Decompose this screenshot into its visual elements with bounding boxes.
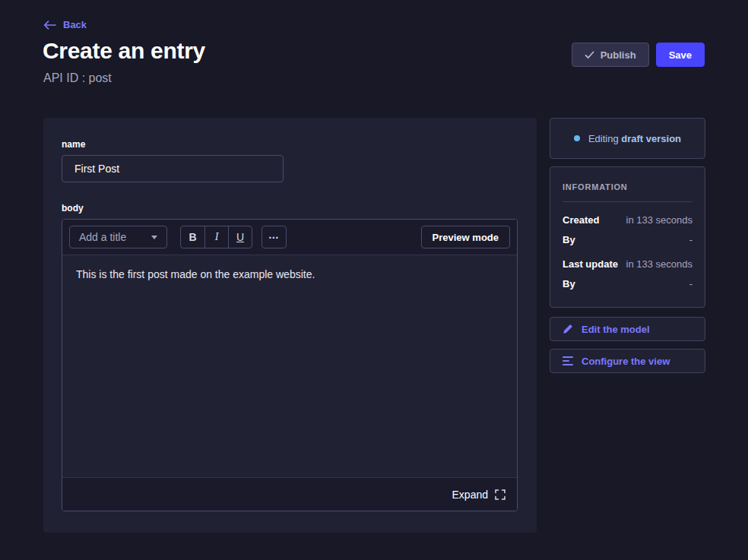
body-editor-textarea[interactable]: This is the first post made on the examp…: [62, 255, 517, 477]
divider: [563, 201, 693, 202]
create-entry-page: Back Create an entry API ID : post Publi…: [0, 0, 748, 560]
info-row-last-update: Last update in 133 seconds: [563, 258, 693, 270]
editor-toolbar: Add a title B I U ⋯ Preview mode: [62, 220, 517, 255]
header-actions: Publish Save: [572, 43, 705, 67]
format-button-group: B I U: [180, 226, 252, 248]
back-label: Back: [63, 19, 87, 30]
info-value: -: [689, 278, 693, 289]
body-text: This is the first post made on the examp…: [76, 268, 315, 280]
italic-button[interactable]: I: [204, 226, 228, 248]
info-row-created: Created in 133 seconds: [563, 214, 693, 226]
configure-the-view-label: Configure the view: [582, 356, 670, 367]
title-style-select[interactable]: Add a title: [69, 226, 167, 248]
information-panel: INFORMATION Created in 133 seconds By - …: [550, 166, 705, 308]
editor-footer: Expand: [62, 477, 517, 511]
expand-label[interactable]: Expand: [452, 489, 488, 501]
bold-button[interactable]: B: [181, 226, 204, 248]
info-row-updated-by: By -: [563, 278, 693, 289]
name-field-label: name: [62, 139, 518, 150]
more-options-button[interactable]: ⋯: [261, 226, 287, 248]
underline-button[interactable]: U: [228, 226, 252, 248]
title-style-select-value: Add a title: [79, 231, 126, 243]
ellipsis-icon: ⋯: [268, 231, 280, 243]
arrow-left-icon: [43, 21, 56, 30]
info-value: in 133 seconds: [626, 214, 693, 226]
information-title: INFORMATION: [563, 182, 693, 191]
info-value: -: [689, 234, 693, 245]
expand-icon[interactable]: [495, 489, 506, 500]
publish-button[interactable]: Publish: [572, 43, 649, 67]
edit-the-model-button[interactable]: Edit the model: [550, 317, 705, 341]
configure-the-view-button[interactable]: Configure the view: [550, 349, 705, 373]
pencil-icon: [563, 324, 573, 334]
body-field-label: body: [62, 203, 518, 214]
info-value: in 133 seconds: [626, 258, 693, 270]
preview-mode-button[interactable]: Preview mode: [421, 226, 510, 248]
page-title: Create an entry: [43, 38, 205, 64]
entry-form-panel: name body Add a title B I U ⋯: [43, 118, 537, 533]
rich-text-editor: Add a title B I U ⋯ Preview mode This is…: [62, 219, 518, 511]
chevron-down-icon: [151, 236, 157, 239]
draft-status-card: Editing draft version: [550, 118, 705, 159]
edit-the-model-label: Edit the model: [582, 324, 650, 335]
save-button[interactable]: Save: [656, 43, 705, 67]
sidebar: Editing draft version INFORMATION Create…: [550, 118, 705, 381]
draft-status-emphasis: draft version: [621, 133, 681, 144]
info-label: Created: [563, 214, 599, 226]
info-label: Last update: [563, 258, 618, 270]
draft-status-prefix: Editing: [588, 133, 621, 144]
name-input[interactable]: [62, 155, 284, 182]
info-label: By: [563, 234, 575, 245]
draft-dot-icon: [574, 135, 580, 141]
info-row-created-by: By -: [563, 234, 693, 245]
api-id-subtitle: API ID : post: [43, 71, 112, 85]
info-label: By: [563, 278, 575, 289]
draft-status-text: Editing draft version: [588, 133, 681, 144]
check-icon: [585, 51, 594, 59]
list-bars-icon: [563, 356, 573, 366]
body-field-block: body Add a title B I U ⋯ Previ: [62, 203, 518, 511]
back-link[interactable]: Back: [43, 19, 87, 30]
publish-label: Publish: [601, 49, 636, 61]
